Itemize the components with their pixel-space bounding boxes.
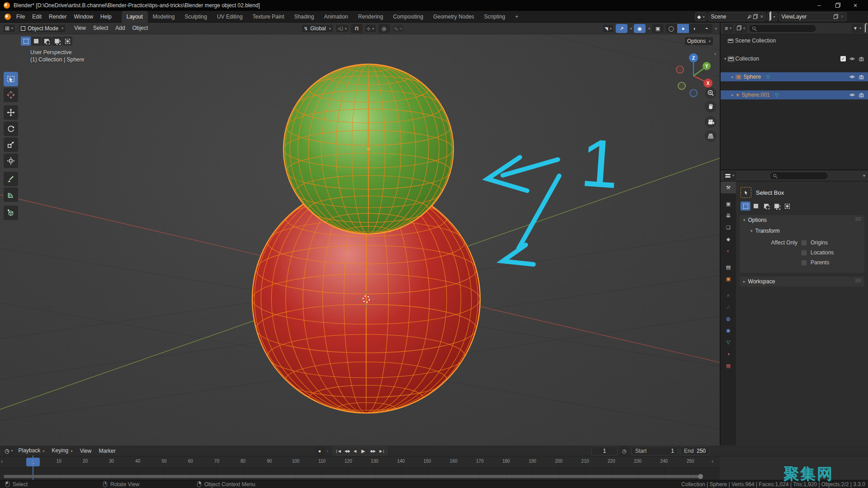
- timeline-scrollbar-handle[interactable]: [698, 474, 703, 479]
- rotate-tool-button[interactable]: [4, 122, 18, 136]
- view-layer-selector-button[interactable]: ▾: [767, 12, 777, 21]
- mode-selector[interactable]: Object Mode ▾: [18, 24, 66, 33]
- menu-help[interactable]: Help: [97, 11, 115, 23]
- sphere-green[interactable]: [283, 62, 453, 236]
- menu-render[interactable]: Render: [45, 11, 70, 23]
- camera-icon[interactable]: [859, 93, 864, 98]
- shading-solid-icon[interactable]: ●: [677, 24, 689, 33]
- camera-icon[interactable]: [859, 56, 864, 61]
- menu-keying[interactable]: Keying ▾: [48, 445, 76, 457]
- tab-compositing[interactable]: Compositing: [388, 11, 428, 23]
- menu-edit[interactable]: Edit: [28, 11, 45, 23]
- eye-icon[interactable]: [849, 93, 855, 97]
- expand-arrow-icon[interactable]: ▸: [731, 75, 734, 79]
- next-keyframe-icon[interactable]: ◆▶: [368, 447, 377, 455]
- transform-subpanel-header[interactable]: ▾ Transform: [740, 226, 864, 236]
- scene-selector-button[interactable]: ◆▾: [695, 12, 707, 21]
- pivot-point-selector[interactable]: ◦⃝▾: [335, 24, 349, 33]
- end-frame-field[interactable]: End 250: [680, 446, 710, 455]
- tab-world[interactable]: ◐: [721, 245, 736, 257]
- tab-collection[interactable]: ▤: [721, 261, 736, 273]
- parents-checkbox[interactable]: [801, 260, 807, 266]
- mode-subtract-icon[interactable]: [42, 37, 52, 46]
- panel-expand-icon[interactable]: ▾: [743, 218, 745, 222]
- add-workspace-button[interactable]: +: [510, 11, 524, 23]
- camera-view-button[interactable]: [705, 116, 717, 128]
- overlays-toggle[interactable]: ◉: [634, 24, 646, 33]
- menu-playback[interactable]: Playback ▾: [15, 445, 48, 457]
- editor-type-button[interactable]: ⊞▾: [3, 24, 15, 33]
- tab-object-data[interactable]: ▽: [721, 336, 736, 348]
- jump-start-icon[interactable]: ❘◀: [333, 447, 343, 455]
- new-scene-icon[interactable]: [753, 15, 757, 19]
- timeline-tracks[interactable]: [0, 468, 720, 480]
- tab-output[interactable]: 🖶: [721, 210, 736, 221]
- menu-window[interactable]: Window: [70, 11, 97, 23]
- menu-marker[interactable]: Marker: [95, 446, 119, 456]
- tab-material[interactable]: ◑: [721, 348, 736, 360]
- mode-invert-icon[interactable]: [52, 37, 62, 46]
- move-tool-button[interactable]: [4, 105, 18, 120]
- frame-ruler[interactable]: 1 10203040506070809010011012013014015016…: [0, 456, 720, 468]
- options-dropdown[interactable]: Options ▾: [684, 37, 713, 46]
- mode-set-icon[interactable]: [21, 37, 31, 46]
- transform-tool-button[interactable]: [4, 154, 18, 168]
- proportional-falloff-selector[interactable]: ∿▾: [392, 24, 404, 33]
- tab-rendering[interactable]: Rendering: [353, 11, 388, 23]
- xray-toggle[interactable]: ▣: [652, 24, 664, 33]
- eye-icon[interactable]: [849, 56, 855, 61]
- eye-icon[interactable]: [849, 75, 855, 79]
- expand-arrow-icon[interactable]: ▸: [731, 93, 734, 97]
- mode-subtract-icon[interactable]: [761, 202, 771, 211]
- chevron-down-icon[interactable]: ▾: [863, 173, 865, 178]
- origins-checkbox[interactable]: [801, 240, 807, 246]
- mode-extend-icon[interactable]: [751, 202, 761, 211]
- menu-object[interactable]: Object: [129, 23, 152, 34]
- tab-texture-paint[interactable]: Texture Paint: [248, 11, 289, 23]
- record-icon[interactable]: ●: [315, 446, 325, 455]
- start-frame-field[interactable]: Start 1: [631, 446, 678, 455]
- snap-toggle[interactable]: U: [351, 24, 363, 33]
- menu-add[interactable]: Add: [112, 23, 128, 34]
- annotate-tool-button[interactable]: [4, 172, 18, 186]
- measure-tool-button[interactable]: [4, 188, 18, 202]
- new-view-layer-icon[interactable]: [834, 15, 837, 19]
- tab-geometry-nodes[interactable]: Geometry Nodes: [428, 11, 479, 23]
- tab-uv-editing[interactable]: UV Editing: [212, 11, 248, 23]
- snap-target-selector[interactable]: ⊹▾: [364, 24, 376, 33]
- active-tool-row[interactable]: Select Box: [736, 182, 868, 201]
- cursor-tool-button[interactable]: [4, 88, 18, 102]
- properties-editor-button[interactable]: ▾: [723, 171, 736, 180]
- outliner-row-collection[interactable]: ▾ Collection ✓: [721, 54, 868, 63]
- outliner-row-sphere[interactable]: ▸ ▼ Sphere ▽: [721, 72, 868, 81]
- panel-grip-icon[interactable]: ⠿⠿: [855, 217, 861, 222]
- mode-intersect-icon[interactable]: [782, 202, 792, 211]
- outliner-editor-button[interactable]: ≡▾: [723, 24, 733, 33]
- tab-scripting[interactable]: Scripting: [479, 11, 510, 23]
- select-box-tool-button[interactable]: [4, 72, 18, 86]
- proportional-editing-toggle[interactable]: ◎: [378, 24, 390, 33]
- tab-object[interactable]: ▣: [721, 273, 736, 285]
- mode-invert-icon[interactable]: [772, 202, 782, 211]
- mode-extend-icon[interactable]: [31, 37, 41, 46]
- maximize-icon[interactable]: [828, 0, 846, 11]
- display-mode-button[interactable]: ▾: [735, 24, 747, 33]
- properties-search-input[interactable]: [769, 172, 828, 180]
- delete-view-layer-icon[interactable]: ×: [840, 14, 844, 20]
- add-cube-tool-button[interactable]: [4, 206, 18, 220]
- preview-range-button[interactable]: ◷: [619, 446, 629, 455]
- collapse-right-icon[interactable]: ‹: [712, 458, 713, 465]
- toggle-ortho-button[interactable]: [705, 130, 717, 142]
- current-frame-field[interactable]: 1: [591, 446, 618, 455]
- tab-texture[interactable]: ▦: [721, 360, 736, 371]
- outliner-row-scene-collection[interactable]: Scene Collection: [721, 36, 868, 45]
- expand-left-icon[interactable]: ›: [1, 458, 3, 465]
- blender-menu-button[interactable]: [3, 12, 13, 21]
- minimize-icon[interactable]: ─: [810, 0, 828, 11]
- options-panel[interactable]: ▾ Options ⠿⠿ ▾ Transform Affect Only Ori…: [740, 215, 864, 273]
- new-collection-button[interactable]: +: [865, 24, 866, 33]
- camera-icon[interactable]: [859, 75, 864, 80]
- show-gizmo-selector[interactable]: ◥▾: [602, 24, 614, 33]
- panel-grip-icon[interactable]: ⠿⠿: [855, 278, 861, 283]
- tab-animation[interactable]: Animation: [319, 11, 353, 23]
